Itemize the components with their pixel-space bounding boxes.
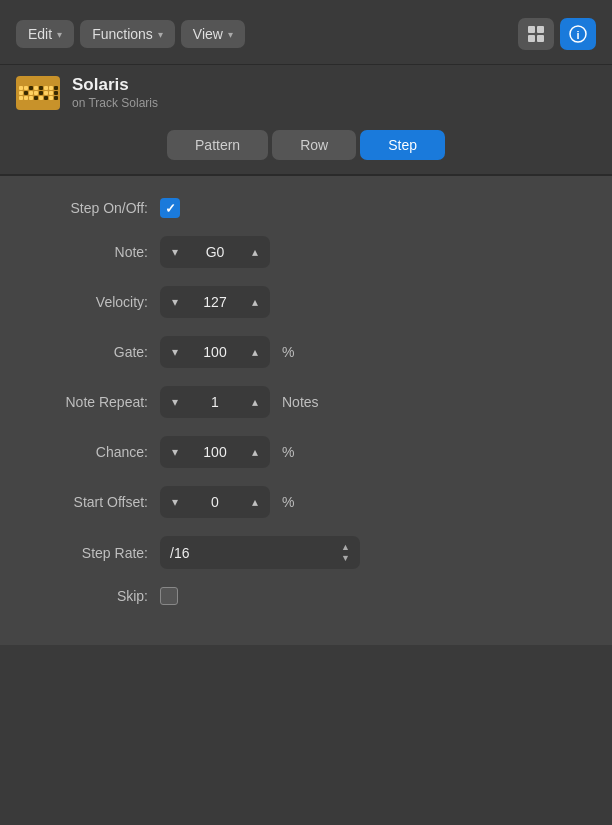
note-repeat-row: Note Repeat: ▾ 1 ▴ Notes (30, 386, 582, 418)
edit-label: Edit (28, 26, 52, 42)
track-info: Solaris on Track Solaris (72, 75, 596, 110)
velocity-value: 127 (190, 294, 240, 310)
note-label: Note: (30, 244, 160, 260)
chevron-down-icon: ▾ (172, 295, 178, 309)
mode-tabs: Pattern Row Step (0, 122, 612, 174)
chevron-up-icon: ▴ (252, 345, 258, 359)
tab-row[interactable]: Row (272, 130, 356, 160)
toolbar: Edit ▾ Functions ▾ View ▾ i (0, 0, 612, 65)
functions-chevron-icon: ▾ (158, 29, 163, 40)
edit-chevron-icon: ▾ (57, 29, 62, 40)
step-rate-label: Step Rate: (30, 545, 160, 561)
tab-pattern[interactable]: Pattern (167, 130, 268, 160)
svg-text:i: i (576, 29, 579, 41)
note-decrement-button[interactable]: ▾ (160, 236, 190, 268)
svg-rect-0 (528, 26, 535, 33)
track-icon (16, 76, 60, 110)
edit-menu-button[interactable]: Edit ▾ (16, 20, 74, 48)
chance-label: Chance: (30, 444, 160, 460)
grid-icon-button[interactable] (518, 18, 554, 50)
step-rate-row: Step Rate: /16 ▲ ▼ (30, 536, 582, 569)
chevron-down-icon: ▾ (172, 445, 178, 459)
gate-row: Gate: ▾ 100 ▴ % (30, 336, 582, 368)
start-offset-stepper: ▾ 0 ▴ (160, 486, 270, 518)
skip-checkbox[interactable] (160, 587, 178, 605)
note-value: G0 (190, 244, 240, 260)
chevron-up-icon: ▴ (252, 395, 258, 409)
chance-suffix: % (282, 444, 294, 460)
velocity-stepper: ▾ 127 ▴ (160, 286, 270, 318)
step-rate-value: /16 (170, 545, 189, 561)
step-on-off-label: Step On/Off: (30, 200, 160, 216)
start-offset-suffix: % (282, 494, 294, 510)
chevron-down-icon: ▾ (172, 345, 178, 359)
start-offset-label: Start Offset: (30, 494, 160, 510)
chance-row: Chance: ▾ 100 ▴ % (30, 436, 582, 468)
checkmark-icon: ✓ (165, 201, 176, 216)
svg-rect-3 (537, 35, 544, 42)
svg-rect-2 (528, 35, 535, 42)
content-area: Step On/Off: ✓ Note: ▾ G0 ▴ Velocity: (0, 176, 612, 645)
velocity-label: Velocity: (30, 294, 160, 310)
note-repeat-label: Note Repeat: (30, 394, 160, 410)
gate-increment-button[interactable]: ▴ (240, 336, 270, 368)
note-repeat-suffix: Notes (282, 394, 319, 410)
gate-stepper: ▾ 100 ▴ (160, 336, 270, 368)
chance-value: 100 (190, 444, 240, 460)
functions-label: Functions (92, 26, 153, 42)
velocity-decrement-button[interactable]: ▾ (160, 286, 190, 318)
skip-row: Skip: (30, 587, 582, 605)
note-repeat-increment-button[interactable]: ▴ (240, 386, 270, 418)
start-offset-increment-button[interactable]: ▴ (240, 486, 270, 518)
info-icon-button[interactable]: i (560, 18, 596, 50)
start-offset-decrement-button[interactable]: ▾ (160, 486, 190, 518)
chevron-down-icon: ▾ (172, 495, 178, 509)
note-repeat-stepper: ▾ 1 ▴ (160, 386, 270, 418)
gate-suffix: % (282, 344, 294, 360)
chance-decrement-button[interactable]: ▾ (160, 436, 190, 468)
step-on-off-checkbox[interactable]: ✓ (160, 198, 180, 218)
gate-value: 100 (190, 344, 240, 360)
functions-menu-button[interactable]: Functions ▾ (80, 20, 175, 48)
note-row: Note: ▾ G0 ▴ (30, 236, 582, 268)
note-repeat-decrement-button[interactable]: ▾ (160, 386, 190, 418)
chevron-down-icon: ▾ (172, 245, 178, 259)
header-section: Solaris on Track Solaris (0, 65, 612, 122)
svg-rect-1 (537, 26, 544, 33)
tab-step[interactable]: Step (360, 130, 445, 160)
chevron-up-icon: ▴ (252, 445, 258, 459)
chance-increment-button[interactable]: ▴ (240, 436, 270, 468)
velocity-row: Velocity: ▾ 127 ▴ (30, 286, 582, 318)
start-offset-value: 0 (190, 494, 240, 510)
note-stepper: ▾ G0 ▴ (160, 236, 270, 268)
grid-icon (526, 24, 546, 44)
start-offset-row: Start Offset: ▾ 0 ▴ % (30, 486, 582, 518)
view-chevron-icon: ▾ (228, 29, 233, 40)
chance-stepper: ▾ 100 ▴ (160, 436, 270, 468)
velocity-increment-button[interactable]: ▴ (240, 286, 270, 318)
step-on-off-row: Step On/Off: ✓ (30, 198, 582, 218)
gate-label: Gate: (30, 344, 160, 360)
track-name: Solaris (72, 75, 596, 95)
step-rate-arrows-icon: ▲ ▼ (341, 542, 350, 563)
chevron-up-icon: ▴ (252, 295, 258, 309)
info-icon: i (569, 25, 587, 43)
chevron-down-icon: ▾ (172, 395, 178, 409)
note-repeat-value: 1 (190, 394, 240, 410)
chevron-up-icon: ▴ (252, 245, 258, 259)
gate-decrement-button[interactable]: ▾ (160, 336, 190, 368)
track-subtitle: on Track Solaris (72, 96, 596, 110)
view-menu-button[interactable]: View ▾ (181, 20, 245, 48)
step-rate-dropdown[interactable]: /16 ▲ ▼ (160, 536, 360, 569)
view-label: View (193, 26, 223, 42)
note-increment-button[interactable]: ▴ (240, 236, 270, 268)
chevron-up-icon: ▴ (252, 495, 258, 509)
skip-label: Skip: (30, 588, 160, 604)
